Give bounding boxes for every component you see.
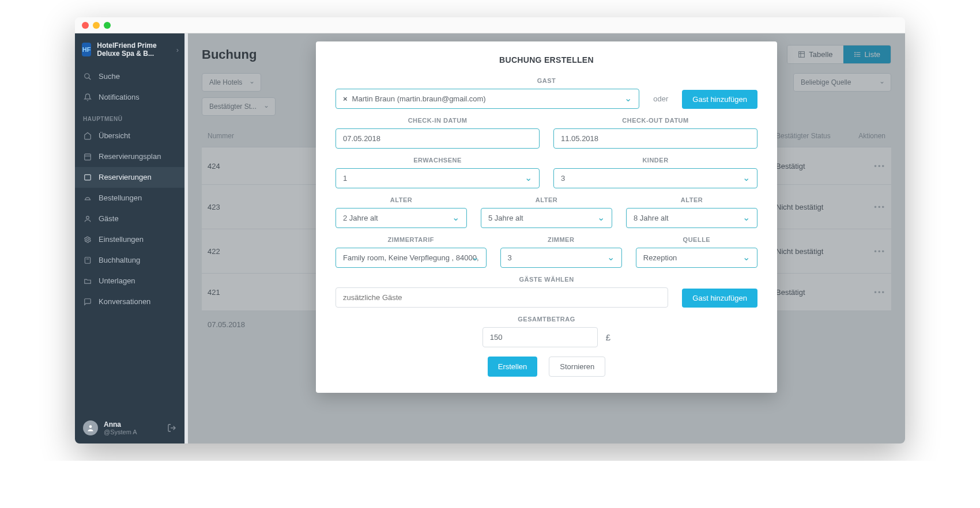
total-input[interactable]: 150 — [483, 327, 598, 347]
logout-icon[interactable] — [167, 423, 176, 433]
sidebar-search[interactable]: Suche — [75, 66, 184, 87]
book-icon — [83, 256, 92, 265]
label-choose-guests: GÄSTE WÄHLEN — [336, 276, 757, 283]
avatar-icon — [83, 420, 98, 435]
brand-name: HotelFriend Prime Deluxe Spa & B... — [97, 41, 178, 58]
label-age-1: ALTER — [336, 196, 467, 203]
age-select-1[interactable]: 2 Jahre alt — [336, 208, 467, 228]
sidebar-search-label: Suche — [99, 72, 120, 81]
label-age-2: ALTER — [481, 196, 612, 203]
adults-select[interactable]: 1 — [336, 168, 540, 188]
age-select-2[interactable]: 5 Jahre alt — [481, 208, 612, 228]
additional-guests-input[interactable] — [336, 287, 668, 308]
svg-rect-2 — [85, 154, 91, 160]
brand-logo-icon: HF — [82, 43, 91, 56]
guest-select[interactable]: × Martin Braun (martin.braun@gmail.com) — [336, 89, 639, 109]
user-name: Anna — [104, 420, 137, 429]
svg-rect-4 — [85, 175, 91, 180]
folder-icon — [83, 276, 92, 286]
sidebar-item-overview[interactable]: Übersicht — [75, 126, 184, 146]
sidebar-notifications[interactable]: Notifications — [75, 87, 184, 108]
svg-point-0 — [85, 74, 89, 78]
brand-selector[interactable]: HF HotelFriend Prime Deluxe Spa & B... › — [75, 33, 184, 66]
label-checkout: CHECK-OUT DATUM — [553, 117, 757, 124]
chat-icon — [83, 297, 92, 306]
label-rate: ZIMMERTARIF — [336, 236, 487, 243]
chevron-right-icon: › — [176, 46, 179, 54]
label-age-3: ALTER — [626, 196, 757, 203]
sidebar-item-settings[interactable]: Einstellungen — [75, 229, 184, 250]
label-source: QUELLE — [636, 236, 757, 243]
list-icon — [83, 173, 92, 182]
add-guest-button-2[interactable]: Gast hinzufügen — [682, 289, 757, 308]
guest-value: Martin Braun (martin.braun@gmail.com) — [352, 94, 486, 103]
checkin-input[interactable]: 07.05.2018 — [336, 128, 540, 149]
minimize-window-icon[interactable] — [93, 22, 100, 29]
user-subtitle: @System A — [104, 429, 137, 435]
svg-point-5 — [86, 216, 89, 219]
children-select[interactable]: 3 — [553, 168, 757, 188]
label-children: KINDER — [553, 157, 757, 164]
sidebar-item-accounting[interactable]: Buchhaltung — [75, 250, 184, 271]
currency-label: £ — [606, 332, 610, 342]
close-window-icon[interactable] — [82, 22, 89, 29]
sidebar-item-label: Bestellungen — [99, 194, 142, 202]
checkout-input[interactable]: 11.05.2018 — [553, 128, 757, 149]
sidebar-item-label: Konversationen — [99, 297, 150, 306]
sidebar-item-documents[interactable]: Unterlagen — [75, 271, 184, 291]
svg-point-9 — [89, 425, 92, 428]
gear-icon — [83, 235, 92, 244]
create-booking-modal: BUCHUNG ERSTELLEN GAST × Martin Braun (m… — [316, 41, 777, 393]
sidebar-item-conversations[interactable]: Konversationen — [75, 291, 184, 312]
sidebar-user[interactable]: Anna @System A — [75, 412, 184, 443]
sidebar-section-label: HAUPTMENÜ — [75, 108, 184, 126]
tray-icon — [83, 194, 92, 203]
or-label: oder — [653, 94, 668, 109]
label-guest: GAST — [336, 77, 757, 84]
svg-line-1 — [89, 78, 91, 80]
home-icon — [83, 131, 92, 141]
sidebar-item-label: Reservierungen — [99, 173, 152, 181]
rate-select[interactable]: Family room, Keine Verpflegung , 84000, — [336, 248, 487, 268]
svg-point-6 — [86, 238, 89, 241]
source-select[interactable]: Rezeption — [636, 248, 757, 268]
sidebar-item-orders[interactable]: Bestellungen — [75, 188, 184, 208]
bell-icon — [83, 93, 92, 102]
add-guest-button[interactable]: Gast hinzufügen — [682, 90, 757, 109]
label-checkin: CHECK-IN DATUM — [336, 117, 540, 124]
maximize-window-icon[interactable] — [104, 22, 111, 29]
remove-guest-icon[interactable]: × — [343, 94, 348, 103]
modal-title: BUCHUNG ERSTELLEN — [336, 55, 757, 65]
sidebar-item-label: Einstellungen — [99, 235, 144, 244]
sidebar-notifications-label: Notifications — [99, 93, 140, 101]
sidebar-item-label: Gäste — [99, 214, 119, 223]
sidebar-item-label: Reservierungsplan — [99, 152, 161, 161]
label-room: ZIMMER — [500, 236, 622, 243]
sidebar-item-label: Übersicht — [99, 131, 130, 140]
sidebar-item-label: Unterlagen — [99, 276, 135, 285]
sidebar-item-reservation-plan[interactable]: Reservierungsplan — [75, 146, 184, 167]
label-total: GESAMTBETRAG — [336, 316, 757, 323]
label-adults: ERWACHSENE — [336, 157, 540, 164]
sidebar-item-reservations[interactable]: Reservierungen — [75, 167, 184, 188]
sidebar-item-guests[interactable]: Gäste — [75, 208, 184, 229]
window-titlebar — [75, 17, 905, 33]
user-icon — [83, 214, 92, 223]
cancel-button[interactable]: Stornieren — [549, 357, 605, 377]
calendar-icon — [83, 152, 92, 161]
room-select[interactable]: 3 — [500, 248, 622, 268]
search-icon — [83, 72, 92, 81]
age-select-3[interactable]: 8 Jahre alt — [626, 208, 757, 228]
create-button[interactable]: Erstellen — [488, 357, 538, 377]
svg-rect-7 — [85, 257, 90, 264]
sidebar-item-label: Buchhaltung — [99, 256, 140, 264]
sidebar: HF HotelFriend Prime Deluxe Spa & B... ›… — [75, 33, 184, 443]
